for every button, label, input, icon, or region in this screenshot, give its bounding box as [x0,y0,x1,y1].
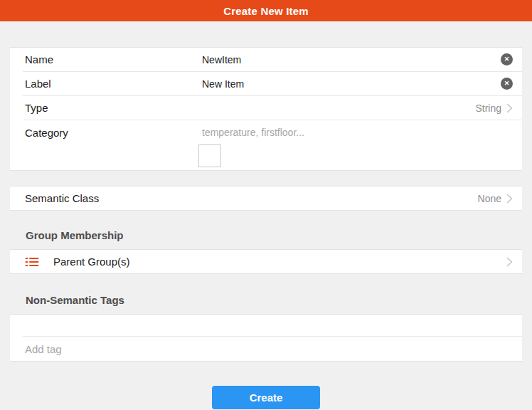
chevron-right-icon [506,103,513,113]
label-field-row: Label ✕ [10,72,522,95]
group-membership-section-title: Group Membership [26,229,522,241]
tags-card [10,314,522,362]
semantic-class-card: Semantic Class None [10,186,522,211]
tags-section-title: Non-Semantic Tags [26,294,522,306]
label-input[interactable] [202,78,495,90]
semantic-class-selected-value: None [478,193,501,204]
type-field-label: Type [25,102,202,114]
parent-groups-row[interactable]: Parent Group(s) [10,250,522,273]
chevron-right-icon [506,194,513,204]
category-input[interactable] [202,127,513,138]
create-button[interactable]: Create [212,386,320,409]
dialog-titlebar: Create New Item [0,0,532,21]
semantic-class-select-row[interactable]: Semantic Class None [10,186,522,210]
clear-circle-icon[interactable]: ✕ [501,53,513,65]
category-field-label: Category [25,127,202,139]
name-field-row: Name ✕ [10,48,522,71]
name-field-label: Name [25,53,202,65]
name-input[interactable] [202,54,495,65]
type-selected-value: String [475,102,501,114]
item-form-card: Name ✕ Label ✕ Type String Category [10,47,522,171]
category-icon-preview [198,144,221,167]
list-bullet-icon [25,256,39,268]
label-field-label: Label [25,78,202,90]
group-membership-card: Parent Group(s) [10,249,522,274]
clear-circle-icon[interactable]: ✕ [501,78,513,90]
page-title: Create New Item [223,5,309,17]
tags-list-empty [10,315,522,336]
semantic-class-label: Semantic Class [25,192,202,204]
chevron-right-icon [506,257,513,267]
type-select-row[interactable]: Type String [10,96,522,120]
parent-groups-label: Parent Group(s) [53,256,130,268]
add-tag-row [10,337,522,361]
category-field-row: Category [10,120,522,170]
add-tag-input[interactable] [25,343,513,355]
